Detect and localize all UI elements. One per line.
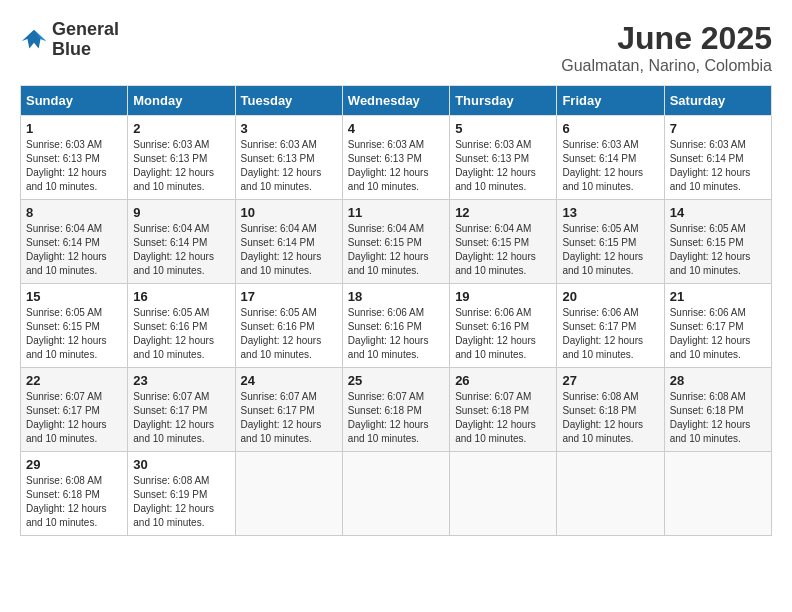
day-2: 2 Sunrise: 6:03 AMSunset: 6:13 PMDayligh… <box>128 116 235 200</box>
logo-icon <box>20 26 48 54</box>
day-29: 29 Sunrise: 6:08 AMSunset: 6:18 PMDaylig… <box>21 452 128 536</box>
month-title: June 2025 <box>561 20 772 57</box>
day-18: 18 Sunrise: 6:06 AMSunset: 6:16 PMDaylig… <box>342 284 449 368</box>
header: General Blue June 2025 Gualmatan, Narino… <box>20 20 772 75</box>
header-tuesday: Tuesday <box>235 86 342 116</box>
day-7: 7 Sunrise: 6:03 AMSunset: 6:14 PMDayligh… <box>664 116 771 200</box>
day-12: 12 Sunrise: 6:04 AMSunset: 6:15 PMDaylig… <box>450 200 557 284</box>
day-4: 4 Sunrise: 6:03 AMSunset: 6:13 PMDayligh… <box>342 116 449 200</box>
header-wednesday: Wednesday <box>342 86 449 116</box>
logo-line1: General <box>52 20 119 40</box>
calendar-table: Sunday Monday Tuesday Wednesday Thursday… <box>20 85 772 536</box>
day-24: 24 Sunrise: 6:07 AMSunset: 6:17 PMDaylig… <box>235 368 342 452</box>
header-monday: Monday <box>128 86 235 116</box>
table-row: 22 Sunrise: 6:07 AMSunset: 6:17 PMDaylig… <box>21 368 772 452</box>
day-11: 11 Sunrise: 6:04 AMSunset: 6:15 PMDaylig… <box>342 200 449 284</box>
day-6: 6 Sunrise: 6:03 AMSunset: 6:14 PMDayligh… <box>557 116 664 200</box>
day-21: 21 Sunrise: 6:06 AMSunset: 6:17 PMDaylig… <box>664 284 771 368</box>
header-sunday: Sunday <box>21 86 128 116</box>
day-5: 5 Sunrise: 6:03 AMSunset: 6:13 PMDayligh… <box>450 116 557 200</box>
day-13: 13 Sunrise: 6:05 AMSunset: 6:15 PMDaylig… <box>557 200 664 284</box>
day-17: 17 Sunrise: 6:05 AMSunset: 6:16 PMDaylig… <box>235 284 342 368</box>
table-row: 8 Sunrise: 6:04 AMSunset: 6:14 PMDayligh… <box>21 200 772 284</box>
day-14: 14 Sunrise: 6:05 AMSunset: 6:15 PMDaylig… <box>664 200 771 284</box>
table-row: 1 Sunrise: 6:03 AMSunset: 6:13 PMDayligh… <box>21 116 772 200</box>
title-area: June 2025 Gualmatan, Narino, Colombia <box>561 20 772 75</box>
day-8: 8 Sunrise: 6:04 AMSunset: 6:14 PMDayligh… <box>21 200 128 284</box>
logo-line2: Blue <box>52 40 119 60</box>
day-25: 25 Sunrise: 6:07 AMSunset: 6:18 PMDaylig… <box>342 368 449 452</box>
day-16: 16 Sunrise: 6:05 AMSunset: 6:16 PMDaylig… <box>128 284 235 368</box>
day-9: 9 Sunrise: 6:04 AMSunset: 6:14 PMDayligh… <box>128 200 235 284</box>
day-3: 3 Sunrise: 6:03 AMSunset: 6:13 PMDayligh… <box>235 116 342 200</box>
day-20: 20 Sunrise: 6:06 AMSunset: 6:17 PMDaylig… <box>557 284 664 368</box>
empty-cell <box>557 452 664 536</box>
weekday-header-row: Sunday Monday Tuesday Wednesday Thursday… <box>21 86 772 116</box>
location-title: Gualmatan, Narino, Colombia <box>561 57 772 75</box>
day-23: 23 Sunrise: 6:07 AMSunset: 6:17 PMDaylig… <box>128 368 235 452</box>
header-saturday: Saturday <box>664 86 771 116</box>
table-row: 15 Sunrise: 6:05 AMSunset: 6:15 PMDaylig… <box>21 284 772 368</box>
day-15: 15 Sunrise: 6:05 AMSunset: 6:15 PMDaylig… <box>21 284 128 368</box>
empty-cell <box>450 452 557 536</box>
header-thursday: Thursday <box>450 86 557 116</box>
empty-cell <box>664 452 771 536</box>
empty-cell <box>235 452 342 536</box>
day-22: 22 Sunrise: 6:07 AMSunset: 6:17 PMDaylig… <box>21 368 128 452</box>
day-30: 30 Sunrise: 6:08 AMSunset: 6:19 PMDaylig… <box>128 452 235 536</box>
logo-text: General Blue <box>52 20 119 60</box>
table-row: 29 Sunrise: 6:08 AMSunset: 6:18 PMDaylig… <box>21 452 772 536</box>
day-10: 10 Sunrise: 6:04 AMSunset: 6:14 PMDaylig… <box>235 200 342 284</box>
day-27: 27 Sunrise: 6:08 AMSunset: 6:18 PMDaylig… <box>557 368 664 452</box>
day-19: 19 Sunrise: 6:06 AMSunset: 6:16 PMDaylig… <box>450 284 557 368</box>
day-26: 26 Sunrise: 6:07 AMSunset: 6:18 PMDaylig… <box>450 368 557 452</box>
logo: General Blue <box>20 20 119 60</box>
header-friday: Friday <box>557 86 664 116</box>
day-1: 1 Sunrise: 6:03 AMSunset: 6:13 PMDayligh… <box>21 116 128 200</box>
day-28: 28 Sunrise: 6:08 AMSunset: 6:18 PMDaylig… <box>664 368 771 452</box>
empty-cell <box>342 452 449 536</box>
